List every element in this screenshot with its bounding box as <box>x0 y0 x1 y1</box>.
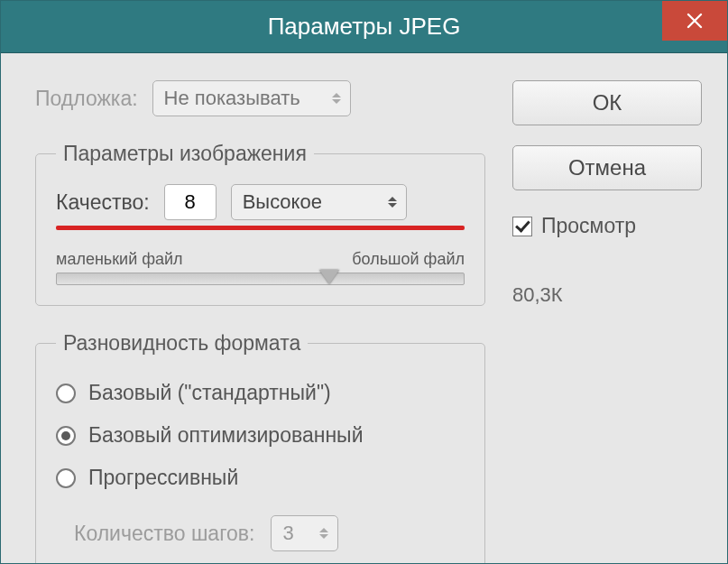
radio-progressive[interactable]: Прогрессивный <box>56 466 465 490</box>
scans-value: 3 <box>282 522 293 545</box>
radio-baseline-standard[interactable]: Базовый ("стандартный") <box>56 381 465 405</box>
quality-preset-select[interactable]: Высокое <box>231 184 407 220</box>
matte-label: Подложка: <box>35 87 138 111</box>
jpeg-options-dialog: Параметры JPEG Подложка: Не показывать П… <box>0 0 728 564</box>
chevron-updown-icon <box>388 197 397 208</box>
quality-preset-value: Высокое <box>243 190 322 214</box>
image-options-legend: Параметры изображения <box>56 142 314 166</box>
image-options-group: Параметры изображения Качество: Высокое … <box>35 142 485 306</box>
slider-thumb-icon[interactable] <box>319 270 339 284</box>
radio-icon <box>56 426 76 446</box>
format-options-legend: Разновидность формата <box>56 331 308 356</box>
matte-select-value: Не показывать <box>164 87 300 110</box>
radio-icon <box>56 384 76 403</box>
scans-label: Количество шагов: <box>74 522 254 546</box>
titlebar: Параметры JPEG <box>1 1 727 53</box>
close-button[interactable] <box>662 1 727 41</box>
radio-label: Прогрессивный <box>88 466 238 490</box>
dialog-title: Параметры JPEG <box>1 13 727 41</box>
close-icon <box>686 12 704 30</box>
preview-row: Просмотр <box>512 214 702 238</box>
matte-select[interactable]: Не показывать <box>152 80 351 116</box>
quality-input[interactable] <box>164 184 217 220</box>
scans-row: Количество шагов: 3 <box>74 515 465 551</box>
matte-row: Подложка: Не показывать <box>35 80 485 116</box>
scans-select[interactable]: 3 <box>271 515 338 551</box>
quality-slider[interactable] <box>56 273 465 285</box>
dialog-body: Подложка: Не показывать Параметры изобра… <box>1 53 727 563</box>
left-column: Подложка: Не показывать Параметры изобра… <box>35 80 485 554</box>
quality-label: Качество: <box>56 190 150 215</box>
highlight-underline <box>56 226 465 230</box>
chevron-updown-icon <box>319 528 328 539</box>
quality-row: Качество: Высокое <box>56 184 465 220</box>
radio-baseline-optimized[interactable]: Базовый оптимизированный <box>56 423 465 448</box>
preview-label: Просмотр <box>541 214 636 238</box>
radio-icon <box>56 468 76 488</box>
slider-labels: маленький файл большой файл <box>56 250 465 269</box>
format-radio-group: Базовый ("стандартный") Базовый оптимизи… <box>56 381 465 490</box>
radio-label: Базовый оптимизированный <box>88 423 364 448</box>
chevron-updown-icon <box>332 93 341 104</box>
format-options-group: Разновидность формата Базовый ("стандарт… <box>35 331 485 564</box>
right-column: ОК Отмена Просмотр 80,3К <box>512 80 702 554</box>
ok-button[interactable]: ОК <box>512 80 702 125</box>
cancel-button[interactable]: Отмена <box>512 145 702 190</box>
preview-checkbox[interactable] <box>512 217 532 236</box>
slider-small-label: маленький файл <box>56 250 183 269</box>
radio-label: Базовый ("стандартный") <box>88 381 331 405</box>
slider-large-label: большой файл <box>352 250 465 269</box>
filesize-display: 80,3К <box>512 283 702 307</box>
